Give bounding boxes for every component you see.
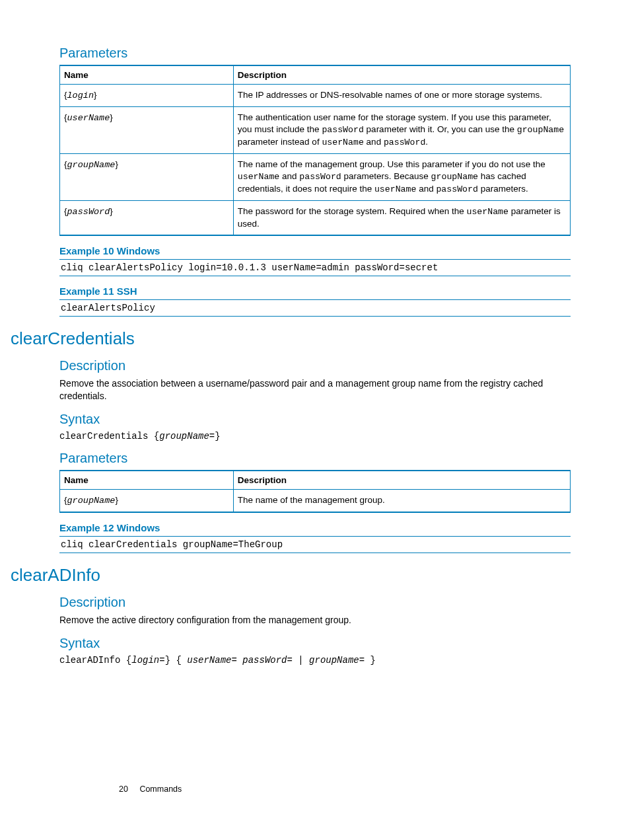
- text-fragment: groupName: [67, 496, 116, 506]
- footer-section: Commands: [139, 784, 182, 794]
- page-number: 20: [119, 784, 128, 794]
- example-11-code: clearAlertsPolicy: [59, 299, 571, 317]
- col-name: Name: [60, 65, 234, 85]
- text-fragment: login: [67, 91, 94, 100]
- text-fragment: userName= passWord=: [187, 655, 298, 666]
- text-fragment: The IP addresses or DNS-resolvable names…: [238, 90, 542, 100]
- param-name-cell: {groupName}: [60, 154, 234, 201]
- param-name-cell: {groupName}: [60, 489, 234, 512]
- page-footer: 20 Commands: [119, 784, 182, 794]
- example-12-heading: Example 12 Windows: [59, 522, 571, 533]
- text-fragment: userName: [467, 207, 508, 217]
- text-fragment: clearADInfo: [59, 655, 126, 666]
- col-description: Description: [233, 65, 570, 85]
- table-header-row: Name Description: [60, 471, 571, 490]
- text-fragment: passWord: [322, 125, 363, 135]
- param-name-cell: {login}: [60, 85, 234, 107]
- text-fragment: and: [279, 171, 299, 181]
- text-fragment: {: [154, 431, 159, 441]
- table-row: {groupName}The name of the management gr…: [60, 489, 571, 512]
- text-fragment: }: [115, 159, 118, 169]
- syntax-heading-2: Syntax: [59, 636, 571, 651]
- text-fragment: passWord: [436, 184, 477, 194]
- table-row: {userName}The authentication user name f…: [60, 107, 571, 154]
- text-fragment: }: [215, 431, 220, 441]
- text-fragment: passWord: [384, 137, 425, 147]
- param-desc-cell: The authentication user name for the sto…: [233, 107, 570, 154]
- description-heading-2: Description: [59, 595, 571, 610]
- parameters-table-2: Name Description {groupName}The name of …: [59, 470, 571, 513]
- text-fragment: The name of the management group. Use th…: [238, 159, 545, 169]
- text-fragment: groupName: [67, 160, 116, 170]
- text-fragment: |: [298, 655, 303, 666]
- syntax-line-2: clearADInfo {login=} { userName= passWor…: [59, 655, 571, 666]
- param-desc-cell: The IP addresses or DNS-resolvable names…: [233, 85, 570, 107]
- text-fragment: parameters.: [478, 184, 528, 194]
- text-fragment: userName: [238, 172, 279, 182]
- example-10-code: cliq clearAlertsPolicy login=10.0.1.3 us…: [59, 259, 571, 276]
- param-desc-cell: The name of the management group.: [233, 489, 570, 512]
- param-name-cell: {userName}: [60, 107, 234, 154]
- syntax-heading-1: Syntax: [59, 412, 571, 427]
- text-fragment: passWord: [299, 172, 341, 182]
- text-fragment: } {: [165, 655, 188, 666]
- text-fragment: }: [370, 655, 376, 666]
- text-fragment: userName: [322, 137, 363, 147]
- table-row: {passWord}The password for the storage s…: [60, 201, 571, 236]
- table-row: {groupName}The name of the management gr…: [60, 154, 571, 201]
- text-fragment: and: [364, 137, 384, 147]
- clearadinfo-heading: clearADInfo: [11, 565, 571, 586]
- text-fragment: {: [126, 655, 131, 666]
- text-fragment: }: [115, 495, 118, 505]
- text-fragment: groupName: [517, 125, 564, 135]
- col-description: Description: [233, 471, 570, 490]
- parameters-table-1: Name Description {login}The IP addresses…: [59, 65, 571, 236]
- text-fragment: }: [110, 206, 113, 216]
- text-fragment: parameters. Because: [341, 171, 431, 181]
- text-fragment: parameter with it. Or, you can use the: [364, 124, 517, 134]
- text-fragment: and: [416, 184, 436, 194]
- example-12-code: cliq clearCredentials groupName=TheGroup: [59, 536, 571, 553]
- description-body-2: Remove the active directory configuratio…: [59, 614, 571, 627]
- text-fragment: }: [110, 112, 113, 122]
- text-fragment: groupName=: [159, 431, 215, 441]
- text-fragment: groupName: [431, 172, 478, 182]
- table-row: {login}The IP addresses or DNS-resolvabl…: [60, 85, 571, 107]
- example-11-heading: Example 11 SSH: [59, 286, 571, 297]
- syntax-line-1: clearCredentials {groupName=}: [59, 431, 571, 441]
- clearcredentials-heading: clearCredentials: [11, 328, 571, 349]
- text-fragment: groupName=: [304, 655, 370, 666]
- text-fragment: The password for the storage system. Req…: [238, 206, 467, 216]
- example-10-heading: Example 10 Windows: [59, 245, 571, 256]
- table-header-row: Name Description: [60, 65, 571, 85]
- text-fragment: .: [425, 137, 428, 147]
- text-fragment: userName: [67, 113, 110, 123]
- parameters-heading-2: Parameters: [59, 451, 571, 466]
- col-name: Name: [60, 471, 234, 490]
- text-fragment: login=: [131, 655, 164, 666]
- text-fragment: passWord: [67, 207, 110, 217]
- param-desc-cell: The password for the storage system. Req…: [233, 201, 570, 236]
- text-fragment: userName: [374, 184, 416, 194]
- description-body-1: Remove the association between a usernam…: [59, 377, 571, 402]
- text-fragment: parameter instead of: [238, 137, 322, 147]
- text-fragment: }: [94, 90, 97, 100]
- parameters-heading-1: Parameters: [59, 46, 571, 61]
- param-desc-cell: The name of the management group. Use th…: [233, 154, 570, 201]
- text-fragment: The name of the management group.: [238, 495, 385, 505]
- description-heading-1: Description: [59, 358, 571, 373]
- param-name-cell: {passWord}: [60, 201, 234, 236]
- text-fragment: clearCredentials: [59, 431, 154, 441]
